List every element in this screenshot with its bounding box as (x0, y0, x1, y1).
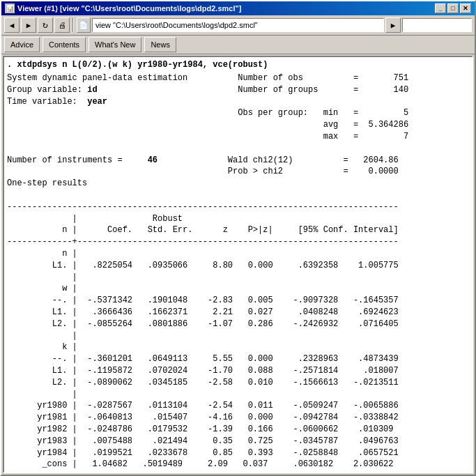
address-text: view "C:\Users\root\Documents\logs\dpd2.… (95, 21, 258, 29)
forward-button[interactable]: ▶ (21, 17, 36, 33)
back-button[interactable]: ◀ (4, 17, 20, 33)
nav-buttons: Advice Contents What's New News (1, 36, 475, 54)
search-input[interactable] (402, 18, 472, 32)
viewer-icon-btn[interactable]: 📄 (77, 17, 91, 33)
title-controls: _ □ ✕ (435, 3, 471, 13)
whats-new-button[interactable]: What's New (89, 37, 141, 52)
back-icon: ◀ (10, 21, 15, 30)
toolbar-separator (72, 18, 74, 32)
maximize-button[interactable]: □ (447, 3, 459, 13)
main-window: 📊 Viewer (#1) [view "C:\Users\root\Docum… (0, 0, 476, 476)
viewer-icon: 📄 (79, 21, 89, 30)
refresh-icon: ↻ (43, 20, 48, 31)
window-title: Viewer (#1) [view "C:\Users\root\Documen… (17, 4, 241, 13)
toolbar: ◀ ▶ ↻ 🖨 📄 view "C:\Users\root\Documents\… (1, 15, 475, 36)
content-header: . xtdpdsys n L(0/2).(w k) yr1980-yr1984,… (7, 60, 469, 70)
content-area[interactable]: . xtdpdsys n L(0/2).(w k) yr1980-yr1984,… (3, 56, 473, 473)
go-icon: ▶ (391, 21, 396, 30)
print-button[interactable]: 🖨 (54, 17, 70, 33)
close-button[interactable]: ✕ (460, 3, 471, 13)
minimize-button[interactable]: _ (435, 3, 446, 13)
advice-button[interactable]: Advice (4, 37, 40, 52)
print-icon: 🖨 (59, 21, 66, 30)
content-body: System dynamic panel-data estimation Num… (7, 72, 469, 473)
refresh-button[interactable]: ↻ (38, 17, 53, 33)
news-button[interactable]: News (144, 37, 176, 52)
go-button[interactable]: ▶ (385, 17, 401, 33)
contents-button[interactable]: Contents (43, 37, 86, 52)
forward-icon: ▶ (26, 21, 31, 30)
title-bar-left: 📊 Viewer (#1) [view "C:\Users\root\Docum… (5, 3, 241, 13)
title-bar: 📊 Viewer (#1) [view "C:\Users\root\Docum… (1, 1, 475, 15)
window-icon: 📊 (5, 3, 15, 13)
address-bar[interactable]: view "C:\Users\root\Documents\logs\dpd2.… (92, 18, 384, 32)
